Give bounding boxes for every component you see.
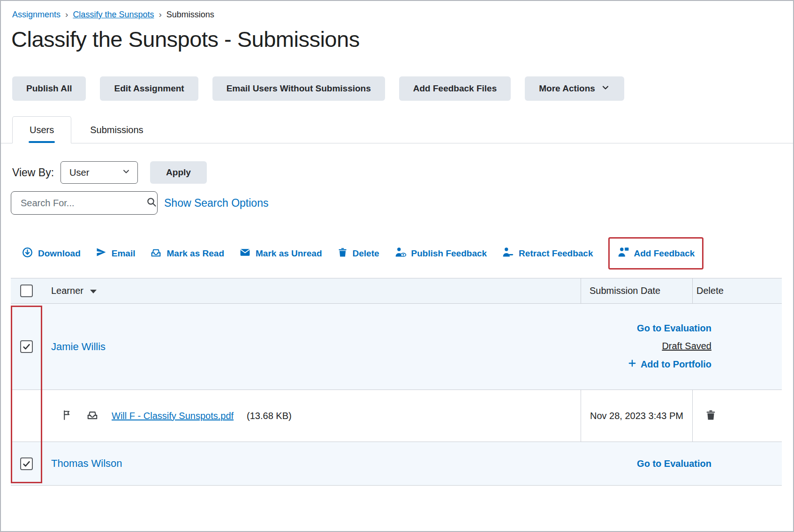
mark-as-read-label: Mark as Read <box>166 248 224 259</box>
email-send-icon <box>96 247 107 260</box>
learner-cell: Jamie Willis Go to Evaluation Draft Save… <box>42 312 782 382</box>
search-box <box>11 191 158 215</box>
go-to-evaluation-link[interactable]: Go to Evaluation <box>637 323 711 334</box>
breadcrumb-separator: › <box>159 9 161 20</box>
submission-file-link[interactable]: Will F - Classify Sunspots.pdf <box>112 411 234 421</box>
submissions-toolbar: Download Email Mark as Read Mark as Unre… <box>22 237 793 270</box>
view-by-label: View By: <box>12 166 54 179</box>
publish-all-button[interactable]: Publish All <box>12 76 86 101</box>
file-size: (13.68 KB) <box>247 411 292 421</box>
row-checkbox-cell <box>11 340 42 353</box>
more-actions-button[interactable]: More Actions <box>525 76 624 101</box>
tab-users-label: Users <box>30 125 54 135</box>
row-actions-stack: Go to Evaluation Draft Saved Add to Port… <box>628 312 711 382</box>
delete-action[interactable]: Delete <box>337 247 379 260</box>
go-to-evaluation-link[interactable]: Go to Evaluation <box>637 458 711 469</box>
email-action[interactable]: Email <box>96 247 136 260</box>
row-checkbox-checked[interactable] <box>20 457 33 470</box>
retract-feedback-action[interactable]: Retract Feedback <box>502 246 593 261</box>
breadcrumb-assignments[interactable]: Assignments <box>12 10 60 20</box>
add-feedback-files-button[interactable]: Add Feedback Files <box>399 76 511 101</box>
more-actions-label: More Actions <box>539 83 595 94</box>
add-to-portfolio-link[interactable]: Add to Portfolio <box>628 359 711 370</box>
add-feedback-annotation-box: Add Feedback <box>608 237 704 270</box>
flag-icon[interactable] <box>61 409 73 423</box>
apply-button[interactable]: Apply <box>150 161 207 184</box>
tab-submissions[interactable]: Submissions <box>71 116 162 143</box>
submissions-table: Learner Submission Date Delete Jamie Wil… <box>11 278 782 486</box>
search-icon[interactable] <box>146 196 157 210</box>
chevron-down-icon <box>601 83 610 95</box>
trash-icon <box>337 247 348 260</box>
tab-bar: Users Submissions <box>1 116 793 143</box>
show-search-options-link[interactable]: Show Search Options <box>164 197 268 210</box>
table-row-jamie-willis: Jamie Willis Go to Evaluation Draft Save… <box>11 304 782 390</box>
tab-users[interactable]: Users <box>12 116 71 143</box>
email-users-without-submissions-button[interactable]: Email Users Without Submissions <box>212 76 385 101</box>
mark-as-read-action[interactable]: Mark as Read <box>150 247 224 261</box>
row-checkbox-checked[interactable] <box>20 340 33 353</box>
add-feedback-action[interactable]: Add Feedback <box>617 246 695 261</box>
publish-feedback-action[interactable]: Publish Feedback <box>394 246 487 261</box>
breadcrumb-separator: › <box>65 9 68 20</box>
delete-label: Delete <box>353 248 379 259</box>
search-input[interactable] <box>20 197 146 209</box>
view-by-row: View By: User Apply <box>12 161 793 184</box>
submission-date-cell: Nov 28, 2023 3:43 PM <box>581 390 692 442</box>
learner-column-header[interactable]: Learner <box>51 285 83 296</box>
person-square-icon <box>617 246 629 261</box>
view-by-selected-value: User <box>69 167 89 178</box>
delete-column-header: Delete <box>696 285 724 296</box>
view-by-select[interactable]: User <box>60 161 138 184</box>
download-label: Download <box>38 248 81 259</box>
table-row-thomas-wilson: Thomas Wilson Go to Evaluation <box>11 442 782 486</box>
row-checkbox-cell <box>11 390 42 442</box>
page-title: Classify the Sunspots - Submissions <box>11 26 793 52</box>
breadcrumb: Assignments › Classify the Sunspots › Su… <box>12 9 793 20</box>
search-row: Show Search Options <box>11 191 793 215</box>
inbox-tray-icon <box>86 409 98 423</box>
breadcrumb-current: Submissions <box>166 10 214 20</box>
sort-descending-icon[interactable] <box>90 290 97 293</box>
add-to-portfolio-label: Add to Portfolio <box>641 359 711 370</box>
draft-saved-status: Draft Saved <box>662 341 711 352</box>
action-bar: Publish All Edit Assignment Email Users … <box>12 76 793 101</box>
learner-name-link[interactable]: Jamie Willis <box>51 341 106 353</box>
person-eye-icon <box>394 246 407 261</box>
submission-date-value: Nov 28, 2023 3:43 PM <box>590 407 683 424</box>
trash-icon[interactable] <box>705 409 717 423</box>
mark-as-unread-action[interactable]: Mark as Unread <box>239 247 322 261</box>
person-minus-icon <box>502 246 514 261</box>
submissions-page: Assignments › Classify the Sunspots › Su… <box>0 0 794 532</box>
learner-header-cell: Learner <box>42 278 581 303</box>
select-all-checkbox[interactable] <box>20 285 33 297</box>
retract-feedback-label: Retract Feedback <box>519 248 593 259</box>
row-actions-stack: Go to Evaluation <box>637 447 711 480</box>
header-checkbox-cell <box>11 278 42 303</box>
edit-assignment-button[interactable]: Edit Assignment <box>100 76 198 101</box>
table-row-file-submission: Will F - Classify Sunspots.pdf (13.68 KB… <box>11 390 782 442</box>
inbox-tray-icon <box>150 247 162 261</box>
submission-date-header-cell: Submission Date <box>581 278 692 303</box>
tab-submissions-label: Submissions <box>90 125 143 135</box>
plus-icon <box>628 359 637 370</box>
mark-as-unread-label: Mark as Unread <box>256 248 322 259</box>
delete-header-cell: Delete <box>692 278 782 303</box>
chevron-down-icon <box>121 167 131 179</box>
breadcrumb-assignment-name[interactable]: Classify the Sunspots <box>73 10 154 20</box>
file-cell: Will F - Classify Sunspots.pdf (13.68 KB… <box>42 390 581 442</box>
add-feedback-label: Add Feedback <box>634 248 695 259</box>
learner-cell: Thomas Wilson Go to Evaluation <box>42 447 782 480</box>
learner-name-link[interactable]: Thomas Wilson <box>51 457 122 470</box>
download-icon <box>22 247 33 261</box>
delete-cell <box>692 390 782 442</box>
submission-date-column-header: Submission Date <box>590 285 660 296</box>
email-label: Email <box>112 248 136 259</box>
publish-feedback-label: Publish Feedback <box>411 248 487 259</box>
table-header-row: Learner Submission Date Delete <box>11 278 782 304</box>
row-checkbox-cell <box>11 457 42 470</box>
envelope-icon <box>239 247 251 261</box>
download-action[interactable]: Download <box>22 247 81 261</box>
